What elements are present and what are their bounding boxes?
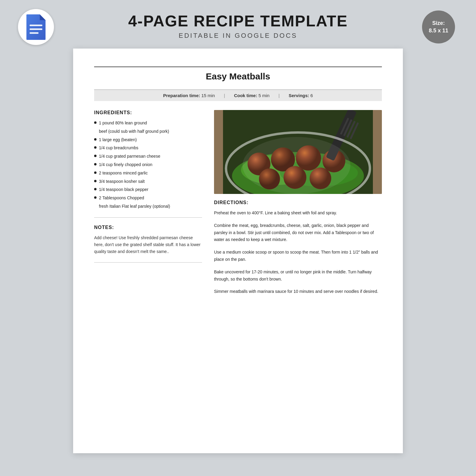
ingredient-item: 1/4 cup breadcrumbs xyxy=(94,144,202,152)
bullet-icon xyxy=(94,155,97,157)
recipe-title-section: Easy Meatballs xyxy=(94,67,382,90)
ingredient-item: 1 large egg (beaten) xyxy=(94,136,202,144)
direction-paragraph: Simmer meatballs with marinara sauce for… xyxy=(214,288,382,295)
ingredient-item: 2 Tablespoons Chopped xyxy=(94,195,202,202)
ingredient-continuation: fresh Italian Flat leaf parsley (optiona… xyxy=(94,203,202,210)
ingredient-text: 1/4 teaspoon black pepper xyxy=(99,186,148,193)
ingredient-item: 1/4 cup finely chopped onion xyxy=(94,161,202,168)
ingredient-item: 1/4 teaspoon black pepper xyxy=(94,186,202,193)
bullet-icon xyxy=(94,163,97,165)
ingredient-item: 1 pound 80% lean ground xyxy=(94,120,202,127)
svg-rect-0 xyxy=(30,25,43,26)
size-badge: Size: 8.5 x 11 xyxy=(422,10,455,43)
food-photo xyxy=(214,110,382,194)
servings-label: Servings: xyxy=(289,93,309,98)
page-sub-title: EDITABLE IN GOOGLE DOCS xyxy=(128,32,348,40)
bullet-icon xyxy=(94,171,97,174)
svg-point-27 xyxy=(242,137,350,194)
header-section: 4-PAGE RECIPE TEMPLATE EDITABLE IN GOOGL… xyxy=(0,0,476,46)
directions-section: DIRECTIONS: Preheat the oven to 400°F. L… xyxy=(214,200,382,295)
cook-value: 5 min xyxy=(258,93,269,98)
ingredient-item: 3/4 teaspoon kosher salt xyxy=(94,178,202,185)
ingredient-text: 1 large egg (beaten) xyxy=(99,136,137,144)
directions-label: DIRECTIONS: xyxy=(214,200,382,205)
right-column: DIRECTIONS: Preheat the oven to 400°F. L… xyxy=(214,110,382,301)
prep-time: Preparation time: 15 min xyxy=(163,93,215,98)
header-text-block: 4-PAGE RECIPE TEMPLATE EDITABLE IN GOOGL… xyxy=(128,12,348,40)
svg-rect-2 xyxy=(30,32,39,34)
recipe-title: Easy Meatballs xyxy=(94,71,382,82)
ingredient-text: 1/4 cup breadcrumbs xyxy=(99,144,138,152)
servings-value: 6 xyxy=(310,93,313,98)
meta-divider-1: | xyxy=(224,93,225,98)
notes-divider xyxy=(94,217,202,218)
ingredient-text: 1/4 cup grated parmesan cheese xyxy=(99,153,160,160)
ingredients-label: INGREDIENTS: xyxy=(94,110,202,115)
page-wrapper: Easy Meatballs Preparation time: 15 min … xyxy=(0,46,476,462)
ingredient-text: 2 Tablespoons Chopped xyxy=(99,195,144,202)
ingredient-text: 1/4 cup finely chopped onion xyxy=(99,161,152,168)
direction-paragraph: Preheat the oven to 400°F. Line a baking… xyxy=(214,210,382,217)
svg-rect-1 xyxy=(30,28,43,30)
size-label: Size: xyxy=(432,19,445,27)
cook-label: Cook time: xyxy=(234,93,257,98)
notes-section: NOTES: Add cheese! Use freshly shredded … xyxy=(94,225,202,255)
page-main-title: 4-PAGE RECIPE TEMPLATE xyxy=(128,12,348,30)
bullet-icon xyxy=(94,188,97,190)
left-column: INGREDIENTS: 1 pound 80% lean groundbeef… xyxy=(94,110,202,301)
bullet-icon xyxy=(94,138,97,141)
bullet-icon xyxy=(94,180,97,182)
directions-container: Preheat the oven to 400°F. Line a baking… xyxy=(214,210,382,295)
ingredient-text: 2 teaspoons minced garlic xyxy=(99,170,148,177)
ingredient-continuation: beef (could sub with half ground pork) xyxy=(94,128,202,135)
bullet-icon xyxy=(94,196,97,199)
size-value: 8.5 x 11 xyxy=(429,27,448,34)
prep-value: 15 min xyxy=(201,93,215,98)
cook-time: Cook time: 5 min xyxy=(234,93,269,98)
recipe-page: Easy Meatballs Preparation time: 15 min … xyxy=(73,49,403,453)
notes-label: NOTES: xyxy=(94,225,202,230)
main-content: INGREDIENTS: 1 pound 80% lean groundbeef… xyxy=(94,110,382,301)
ingredient-text: 3/4 teaspoon kosher salt xyxy=(99,178,145,185)
direction-paragraph: Bake uncovered for 17-20 minutes, or unt… xyxy=(214,269,382,283)
bottom-divider xyxy=(94,262,202,263)
recipe-meta-bar: Preparation time: 15 min | Cook time: 5 … xyxy=(94,90,382,101)
notes-text: Add cheese! Use freshly shredded parmesa… xyxy=(94,234,202,255)
bullet-icon xyxy=(94,121,97,124)
direction-paragraph: Combine the meat, egg, breadcrumbs, chee… xyxy=(214,222,382,243)
meta-divider-2: | xyxy=(278,93,280,98)
prep-label: Preparation time: xyxy=(163,93,200,98)
servings: Servings: 6 xyxy=(289,93,313,98)
ingredient-text: fresh Italian Flat leaf parsley (optiona… xyxy=(99,203,170,210)
google-docs-logo xyxy=(18,9,54,45)
ingredient-item: 1/4 cup grated parmesan cheese xyxy=(94,153,202,160)
ingredient-text: beef (could sub with half ground pork) xyxy=(99,128,169,135)
direction-paragraph: Use a medium cookie scoop or spoon to sc… xyxy=(214,249,382,263)
ingredients-list: 1 pound 80% lean groundbeef (could sub w… xyxy=(94,120,202,210)
bullet-icon xyxy=(94,146,97,149)
ingredient-text: 1 pound 80% lean ground xyxy=(99,120,147,127)
ingredient-item: 2 teaspoons minced garlic xyxy=(94,170,202,177)
